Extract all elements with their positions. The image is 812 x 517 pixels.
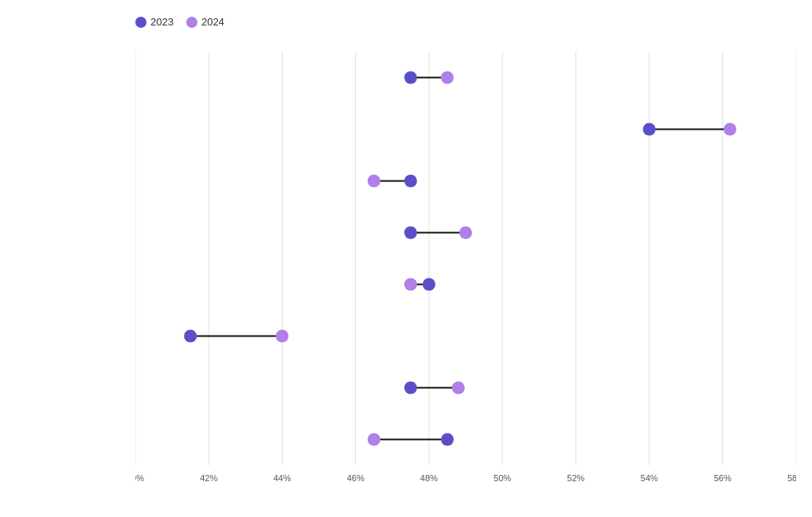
legend-item-2023: 2023: [135, 16, 174, 28]
svg-point-34: [368, 175, 381, 188]
svg-text:42%: 42%: [200, 473, 217, 483]
legend-dot-2024: [186, 17, 197, 28]
svg-text:54%: 54%: [641, 473, 658, 483]
svg-text:44%: 44%: [273, 473, 291, 483]
chart-container: 20232024 40%42%44%46%48%50%52%54%56%58%A…: [0, 0, 812, 517]
svg-text:56%: 56%: [714, 473, 732, 483]
svg-text:58%: 58%: [787, 473, 796, 483]
svg-point-24: [441, 72, 454, 84]
svg-point-49: [275, 330, 288, 343]
svg-point-53: [404, 382, 417, 395]
svg-point-29: [724, 123, 736, 136]
svg-point-44: [404, 278, 417, 291]
svg-point-38: [404, 227, 417, 239]
svg-point-39: [459, 227, 472, 239]
svg-text:40%: 40%: [135, 473, 144, 483]
main-chart: 40%42%44%46%48%50%52%54%56%58%All Grades…: [135, 36, 796, 505]
svg-text:52%: 52%: [567, 473, 584, 483]
svg-text:50%: 50%: [494, 473, 511, 483]
svg-point-54: [452, 382, 465, 395]
svg-point-43: [423, 278, 435, 291]
svg-text:48%: 48%: [420, 473, 438, 483]
svg-point-33: [404, 175, 417, 188]
legend-item-2024: 2024: [186, 16, 224, 28]
svg-point-59: [368, 433, 381, 446]
svg-point-28: [643, 123, 656, 136]
legend: 20232024: [8, 16, 796, 28]
svg-point-58: [441, 433, 454, 446]
legend-label-2024: 2024: [201, 16, 224, 28]
svg-text:46%: 46%: [347, 473, 365, 483]
legend-label-2023: 2023: [150, 16, 174, 28]
svg-point-23: [404, 72, 417, 84]
svg-point-48: [184, 330, 197, 343]
legend-dot-2023: [135, 17, 146, 28]
